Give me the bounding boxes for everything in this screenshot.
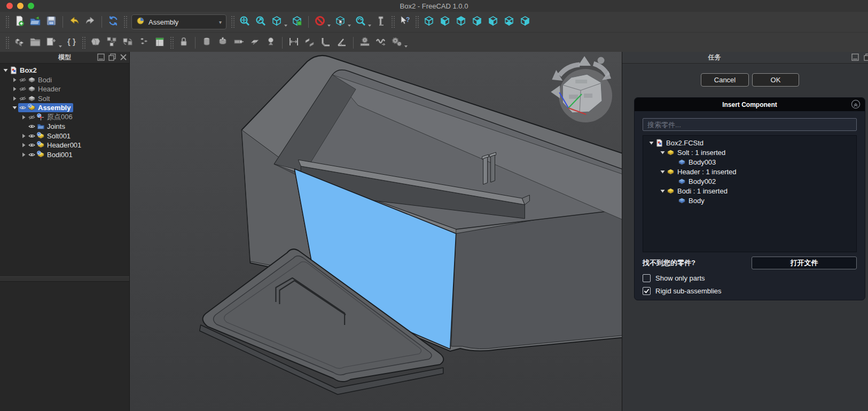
panel-close-icon[interactable] [120,53,127,61]
panel-minimize-icon[interactable] [97,53,105,61]
view-front-button[interactable] [437,14,452,29]
joint-distance-button[interactable] [286,35,301,50]
view-right-button[interactable] [470,14,484,29]
visibility-eye-icon[interactable] [27,152,36,157]
clipping-plane-button[interactable] [312,14,327,29]
caret-expanded-icon[interactable] [647,141,655,145]
fit-selection-button[interactable] [253,14,268,29]
caret-expanded-icon[interactable] [2,68,9,73]
sync-view-button[interactable] [290,14,304,29]
view-left-button[interactable] [518,14,533,29]
close-window-button[interactable] [6,3,13,9]
joint-parallel-button[interactable] [302,35,317,50]
redo-button[interactable] [83,14,98,29]
tree-item-solt[interactable]: Solt [0,94,129,104]
insert-tree-item[interactable]: Body [643,196,856,205]
refresh-button[interactable] [106,14,121,29]
tree-item-header[interactable]: Header [0,84,129,94]
nav-dot-icon[interactable] [598,57,605,64]
insert-tree-item[interactable]: Solt : 1 inserted [643,148,856,157]
undo-button[interactable] [67,14,82,29]
measure-button[interactable] [373,14,388,29]
visibility-hidden-icon[interactable] [18,96,27,101]
caret-collapsed-icon[interactable] [11,77,18,82]
flexible-assembly-button[interactable] [120,35,135,50]
joint-ball-button[interactable] [263,35,278,50]
whats-this-button[interactable]: ? [397,14,412,29]
workbench-selector[interactable]: Assembly▾ [131,14,226,29]
insert-tree-item[interactable]: Bodi : 1 inserted [643,186,856,196]
panel-minimize-icon[interactable] [851,53,859,61]
solve-assembly-button[interactable] [88,35,103,50]
view-bottom-button[interactable] [502,14,517,29]
visibility-hidden-icon[interactable] [27,115,36,120]
caret-collapsed-icon[interactable] [20,143,27,148]
joint-cylindrical-button[interactable] [231,35,246,50]
bill-of-materials-button[interactable] [152,35,167,50]
toolbar-drag-handle[interactable] [82,36,85,49]
ok-button[interactable]: OK [752,73,799,87]
tree-item-bodi001[interactable]: Bodi001 [0,150,129,160]
insert-tree-item[interactable]: Body002 [643,176,856,186]
zoom-window-button[interactable] [28,3,34,9]
visibility-hidden-icon[interactable] [18,77,27,82]
panel-splitter[interactable] [0,276,129,282]
visibility-eye-icon[interactable] [27,143,36,148]
visibility-eye-icon[interactable] [27,134,36,138]
joint-fixed-button[interactable] [199,35,214,50]
open-document-button[interactable] [28,14,43,29]
open-file-button[interactable]: 打开文件 [752,257,857,269]
new-document-button[interactable] [12,14,27,29]
viewport-canvas[interactable] [130,52,622,411]
expressions-button[interactable]: { } [64,35,79,50]
collapse-section-icon[interactable] [851,99,861,111]
caret-collapsed-icon[interactable] [20,115,27,120]
toolbar-drag-handle[interactable] [391,15,395,28]
box-element-selection-button[interactable] [333,14,348,29]
draw-style-button[interactable] [353,14,368,29]
view-rear-button[interactable] [486,14,501,29]
view-axonometric-button[interactable] [421,14,436,29]
joint-belt-button[interactable] [373,35,388,50]
caret-collapsed-icon[interactable] [20,134,27,138]
tree-item-solt001[interactable]: Solt001 [0,131,129,141]
toolbar-drag-handle[interactable] [5,15,9,28]
tree-item-bodi[interactable]: Bodi [0,75,129,85]
minimize-window-button[interactable] [17,3,24,9]
toolbar-drag-handle[interactable] [170,36,174,49]
joint-gears-button[interactable] [389,35,404,50]
visibility-eye-icon[interactable] [18,105,27,110]
toolbar-drag-handle[interactable] [415,15,419,28]
tree-item-header001[interactable]: Header001 [0,141,129,150]
search-parts-input[interactable] [643,118,857,131]
checkbox-checked[interactable] [643,287,651,295]
tree-item-assembly[interactable]: Assembly [0,103,129,113]
tree-item-box2[interactable]: Box2 [0,66,129,75]
visibility-eye-icon[interactable] [27,124,36,129]
insert-tree-item[interactable]: Body003 [643,157,856,167]
fit-all-button[interactable] [237,14,252,29]
view-top-button[interactable] [453,14,468,29]
insert-tree-item[interactable]: Box2.FCStd [643,138,856,148]
tree-item-原点006[interactable]: 原点006 [0,113,129,122]
3d-viewport[interactable] [130,52,622,411]
joint-rack-pinion-button[interactable] [357,35,372,50]
insert-component-header[interactable]: Insert Component [635,98,865,111]
save-document-button[interactable] [44,14,59,29]
joint-planar-button[interactable] [247,35,262,50]
export-assembly-button[interactable] [44,35,59,50]
toolbar-drag-handle[interactable] [123,15,127,28]
toolbar-drag-handle[interactable] [231,15,234,28]
view-isometric-button[interactable] [269,14,284,29]
checkbox-unchecked[interactable] [643,274,651,282]
joint-angle-button[interactable] [334,35,349,50]
caret-expanded-icon[interactable] [659,150,666,155]
ground-part-button[interactable] [176,35,191,50]
joint-perpendicular-button[interactable] [318,35,333,50]
toolbar-drag-handle[interactable] [5,36,9,49]
exploded-view-button[interactable] [104,35,119,50]
caret-expanded-icon[interactable] [11,105,18,110]
new-part-button[interactable] [28,35,43,50]
panel-float-icon[interactable] [864,53,868,61]
cancel-button[interactable]: Cancel [701,73,749,87]
